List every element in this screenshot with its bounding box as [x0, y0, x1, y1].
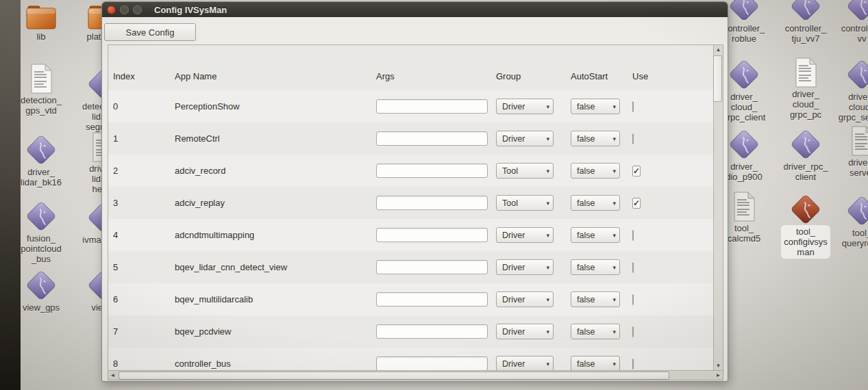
desktop-icon-driver-cloud-grpc-server[interactable]: driver_cloud_grpc_server: [828, 59, 868, 122]
scroll-left-icon[interactable]: ◄: [108, 371, 117, 380]
chevron-down-icon: ▾: [612, 232, 616, 239]
args-input[interactable]: [376, 260, 488, 274]
column-header-use: Use: [632, 71, 664, 81]
chevron-down-icon: ▾: [612, 135, 616, 142]
args-input[interactable]: [376, 324, 488, 339]
desktop-icon-detection-gps-vtd[interactable]: detection_gps_vtd: [7, 64, 75, 116]
close-icon[interactable]: [107, 5, 116, 14]
row-index: 2: [113, 166, 175, 176]
args-input[interactable]: [376, 131, 488, 146]
use-checkbox[interactable]: [632, 262, 634, 273]
autostart-value: false: [577, 198, 595, 208]
autostart-dropdown[interactable]: false▾: [571, 163, 620, 179]
autostart-dropdown[interactable]: false▾: [571, 324, 620, 339]
table-row: 4 adcndtmultimapping Driver▾ false▾: [108, 219, 713, 251]
chevron-down-icon: ▾: [546, 361, 549, 367]
autostart-dropdown[interactable]: false▾: [571, 356, 620, 370]
desktop-icon-lib[interactable]: lib: [7, 5, 75, 42]
desktop-icon-label: view_gps: [7, 302, 75, 313]
group-dropdown[interactable]: Driver▾: [496, 99, 554, 114]
args-input[interactable]: [376, 356, 488, 370]
use-checkbox[interactable]: [632, 133, 634, 144]
args-input[interactable]: [376, 196, 488, 210]
group-value: Tool: [502, 166, 518, 176]
row-app-name: bqev_pcdview: [175, 326, 376, 337]
use-checkbox[interactable]: [632, 230, 634, 241]
group-value: Driver: [502, 359, 525, 369]
args-input[interactable]: [376, 292, 488, 307]
chevron-down-icon: ▾: [546, 232, 549, 239]
row-app-name: PerceptionShow: [175, 101, 376, 112]
autostart-value: false: [577, 166, 595, 176]
use-checkbox[interactable]: ✓: [632, 198, 641, 209]
group-dropdown[interactable]: Driver▾: [496, 291, 554, 307]
desktop-icon-label: tool_configivsysman: [782, 226, 829, 257]
group-value: Driver: [502, 231, 525, 240]
desktop-icon-label: tool_queryroad: [828, 228, 868, 248]
desktop-icon-driver-server[interactable]: driver_server: [828, 126, 868, 178]
maximize-icon[interactable]: [133, 5, 142, 14]
group-dropdown[interactable]: Driver▾: [496, 356, 554, 370]
chevron-down-icon: ▾: [546, 328, 549, 335]
use-checkbox[interactable]: [632, 326, 634, 337]
args-input[interactable]: [376, 228, 488, 242]
desktop-icon-view-gps[interactable]: view_gps: [7, 270, 75, 313]
window-titlebar[interactable]: Config IVSysMan: [102, 2, 728, 17]
row-index: 8: [113, 359, 175, 369]
table-row: 3 adciv_replay Tool▾ false▾ ✓: [108, 187, 713, 219]
use-checkbox[interactable]: [632, 359, 634, 369]
autostart-dropdown[interactable]: false▾: [571, 195, 620, 211]
use-checkbox[interactable]: ✓: [632, 166, 641, 177]
args-input[interactable]: [376, 164, 488, 178]
row-index: 3: [113, 198, 175, 208]
autostart-value: false: [577, 102, 595, 112]
minimize-icon[interactable]: [120, 5, 129, 14]
desktop-icon-label: detection_gps_vtd: [7, 95, 75, 116]
args-input[interactable]: [376, 99, 488, 114]
chevron-down-icon: ▾: [612, 296, 616, 303]
row-app-name: bqev_multilidarcalib: [175, 294, 376, 304]
autostart-dropdown[interactable]: false▾: [571, 291, 620, 307]
monitor-bezel: [0, 0, 21, 390]
desktop-icon-driver-lidar-bk16[interactable]: driver_lidar_bk16: [7, 134, 75, 187]
autostart-dropdown[interactable]: false▾: [571, 227, 620, 243]
row-index: 4: [113, 230, 175, 240]
diamond-icon: [7, 134, 75, 166]
group-dropdown[interactable]: Tool▾: [496, 195, 554, 211]
group-dropdown[interactable]: Driver▾: [496, 324, 554, 339]
horizontal-scrollbar[interactable]: ◄ ►: [108, 370, 723, 380]
table-row: 8 controller_bus Driver▾ false▾: [108, 348, 713, 370]
desktop-icon-fusion-pointcloud-bus[interactable]: fusion_pointcloud_bus: [7, 200, 75, 264]
group-dropdown[interactable]: Driver▾: [496, 227, 554, 243]
group-dropdown[interactable]: Tool▾: [496, 163, 554, 179]
desktop-icon-label: lib: [7, 31, 75, 42]
vertical-scrollbar[interactable]: ▲ ▼: [713, 45, 723, 370]
use-checkbox[interactable]: [632, 294, 634, 305]
group-dropdown[interactable]: Driver▾: [496, 259, 554, 275]
horizontal-scrollbar-thumb[interactable]: [119, 372, 669, 380]
scroll-down-icon[interactable]: ▼: [714, 361, 723, 370]
chevron-down-icon: ▾: [546, 296, 549, 303]
window-title: Config IVSysMan: [154, 5, 227, 15]
group-dropdown[interactable]: Driver▾: [496, 131, 554, 146]
autostart-value: false: [577, 231, 595, 240]
group-value: Tool: [502, 198, 518, 208]
scroll-up-icon[interactable]: ▲: [714, 45, 723, 54]
table-rows: 0 PerceptionShow Driver▾ false▾ 1 Remote…: [108, 90, 713, 370]
save-config-button[interactable]: Save Config: [104, 23, 196, 41]
group-value: Driver: [502, 327, 525, 337]
autostart-dropdown[interactable]: false▾: [571, 259, 620, 275]
autostart-dropdown[interactable]: false▾: [571, 131, 620, 146]
group-value: Driver: [502, 102, 525, 112]
row-index: 6: [113, 294, 175, 304]
desktop-icon-tool-queryroad[interactable]: tool_queryroad: [828, 195, 868, 248]
row-app-name: bqev_lidar_cnn_detect_view: [175, 262, 376, 272]
autostart-dropdown[interactable]: false▾: [571, 99, 620, 114]
diamond-icon: [828, 195, 868, 226]
column-header-autostart: AutoStart: [571, 71, 632, 81]
use-checkbox[interactable]: [632, 101, 634, 112]
scroll-right-icon[interactable]: ►: [714, 371, 723, 380]
desktop-icon-controller-vv[interactable]: controller_vv: [828, 0, 868, 44]
vertical-scrollbar-thumb[interactable]: [713, 55, 722, 102]
group-value: Driver: [502, 295, 525, 304]
